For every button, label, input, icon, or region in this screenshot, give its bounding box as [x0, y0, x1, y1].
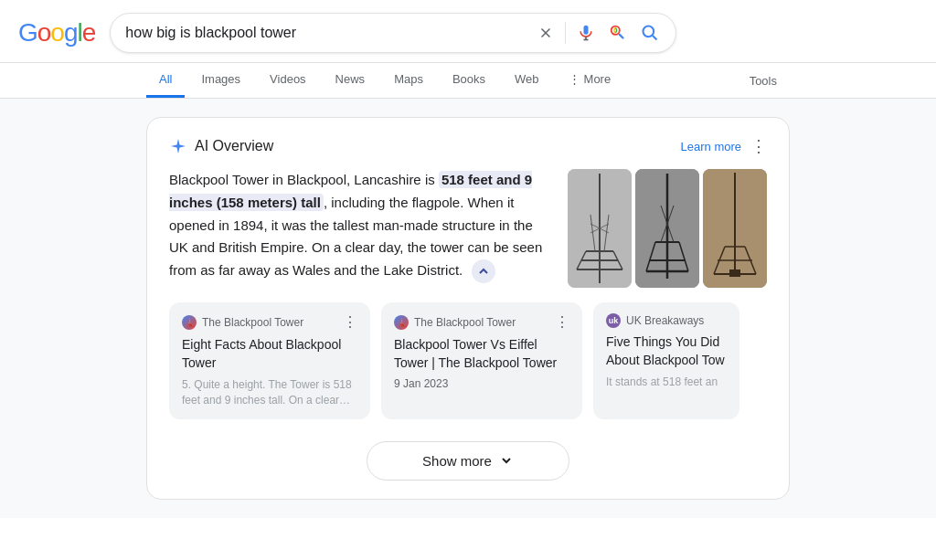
- main-content: AI Overview Learn more ⋮ Blackpool Tower…: [0, 99, 936, 518]
- tower-image-2[interactable]: [635, 169, 699, 288]
- tab-videos[interactable]: Videos: [257, 63, 319, 98]
- show-more-label: Show more: [422, 453, 492, 469]
- source-card-2[interactable]: 🗼 The Blackpool Tower ⋮ Blackpool Tower …: [381, 302, 582, 419]
- ai-text: Blackpool Tower in Blackpool, Lancashire…: [169, 169, 549, 283]
- tab-maps[interactable]: Maps: [381, 63, 436, 98]
- logo-o2: o: [50, 18, 64, 48]
- source-meta-2: 9 Jan 2023: [394, 377, 569, 390]
- search-input[interactable]: how big is blackpool tower: [125, 25, 526, 41]
- tower-sketch-3: [703, 169, 767, 288]
- more-dots-icon: ⋮: [569, 72, 580, 86]
- show-more-row: Show more: [169, 441, 767, 481]
- show-more-button[interactable]: Show more: [367, 441, 569, 481]
- logo-o1: o: [37, 18, 51, 48]
- clear-button[interactable]: [536, 23, 556, 43]
- clear-icon: [537, 25, 554, 41]
- logo-g: G: [18, 18, 37, 48]
- ai-text-before: Blackpool Tower in Blackpool, Lancashire…: [169, 172, 439, 187]
- tower-image-1[interactable]: [568, 169, 632, 288]
- search-bar-icons: [536, 21, 661, 45]
- source-options-button-1[interactable]: ⋮: [343, 313, 357, 331]
- ai-overview-card: AI Overview Learn more ⋮ Blackpool Tower…: [146, 117, 790, 500]
- source-name-row-3: uk UK Breakaways: [606, 313, 704, 328]
- lens-search-button[interactable]: [606, 21, 630, 45]
- divider: [565, 22, 566, 44]
- source-site-1: The Blackpool Tower: [202, 316, 303, 329]
- ai-content: Blackpool Tower in Blackpool, Lancashire…: [169, 169, 767, 288]
- source-title-3: Five Things You Did About Blackpool Tow: [606, 333, 727, 369]
- tools-button[interactable]: Tools: [737, 65, 790, 97]
- source-name-row-1: 🗼 The Blackpool Tower: [182, 315, 303, 330]
- logo-e: e: [82, 18, 96, 48]
- source-card-header-3: uk UK Breakaways: [606, 313, 727, 328]
- source-site-2: The Blackpool Tower: [414, 316, 516, 329]
- tab-web[interactable]: Web: [502, 63, 552, 98]
- source-title-2: Blackpool Tower Vs Eiffel Tower | The Bl…: [394, 336, 569, 372]
- microphone-icon: [577, 24, 595, 42]
- learn-more-link[interactable]: Learn more: [681, 140, 741, 153]
- source-title-1: Eight Facts About Blackpool Tower: [182, 336, 357, 372]
- search-button[interactable]: [639, 22, 661, 44]
- source-card-1[interactable]: 🗼 The Blackpool Tower ⋮ Eight Facts Abou…: [169, 302, 370, 419]
- source-card-3[interactable]: uk UK Breakaways Five Things You Did Abo…: [593, 302, 739, 419]
- chevron-up-icon: [478, 266, 489, 277]
- ai-overview-header: AI Overview Learn more ⋮: [169, 136, 767, 156]
- source-options-button-2[interactable]: ⋮: [555, 313, 569, 331]
- source-snippet-3: It stands at 518 feet an: [606, 375, 727, 390]
- tab-images[interactable]: Images: [188, 63, 253, 98]
- svg-line-7: [653, 36, 657, 40]
- tower-sketch-1: [568, 169, 632, 288]
- source-name-row-2: 🗼 The Blackpool Tower: [394, 315, 516, 330]
- source-icon-2: 🗼: [394, 315, 409, 330]
- google-logo: Google: [18, 18, 95, 48]
- source-cards: 🗼 The Blackpool Tower ⋮ Eight Facts Abou…: [169, 302, 767, 419]
- search-icon: [641, 24, 659, 42]
- nav-tabs: All Images Videos News Maps Books Web ⋮ …: [0, 63, 936, 99]
- logo-g2: g: [64, 18, 78, 48]
- tab-news[interactable]: News: [323, 63, 378, 98]
- source-snippet-1: 5. Quite a height. The Tower is 518 feet…: [182, 377, 357, 408]
- collapse-button[interactable]: [472, 259, 495, 283]
- source-card-header-1: 🗼 The Blackpool Tower ⋮: [182, 313, 357, 331]
- source-icon-1: 🗼: [182, 315, 197, 330]
- tower-sketch-2: [635, 169, 699, 288]
- ai-actions: Learn more ⋮: [681, 136, 767, 156]
- tower-image-3[interactable]: [703, 169, 767, 288]
- chevron-down-icon: [499, 453, 514, 468]
- ai-sparkle-icon: [169, 137, 187, 155]
- tab-all[interactable]: All: [146, 63, 185, 98]
- tab-books[interactable]: Books: [440, 63, 498, 98]
- ai-images: [568, 169, 767, 288]
- ai-more-options-button[interactable]: ⋮: [750, 136, 767, 156]
- tab-more[interactable]: ⋮ More: [556, 63, 624, 98]
- source-site-3: UK Breakaways: [626, 314, 704, 327]
- voice-search-button[interactable]: [575, 22, 597, 44]
- svg-rect-2: [584, 26, 589, 35]
- header: Google how big is blackpool tower: [0, 0, 936, 63]
- svg-point-6: [644, 26, 654, 37]
- source-icon-3: uk: [606, 313, 621, 328]
- source-card-header-2: 🗼 The Blackpool Tower ⋮: [394, 313, 569, 331]
- svg-rect-35: [729, 269, 740, 277]
- svg-point-5: [612, 26, 620, 35]
- lens-icon: [608, 23, 628, 43]
- search-bar: how big is blackpool tower: [110, 13, 676, 53]
- ai-title-row: AI Overview: [169, 137, 273, 155]
- ai-overview-title: AI Overview: [195, 138, 273, 154]
